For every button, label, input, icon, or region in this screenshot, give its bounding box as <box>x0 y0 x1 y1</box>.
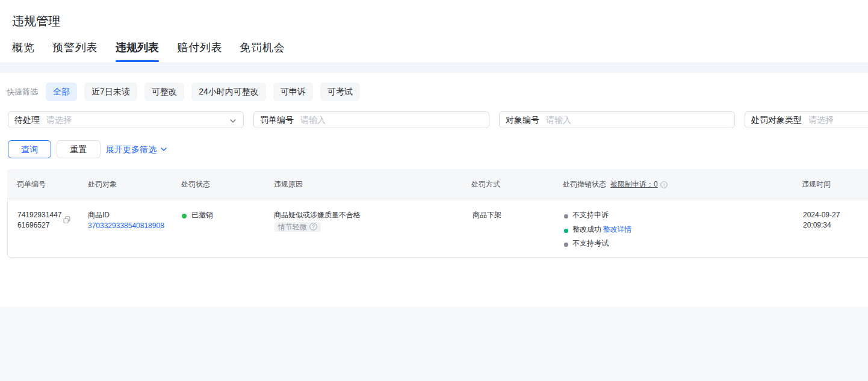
svg-text:?: ? <box>312 223 315 229</box>
svg-text:?: ? <box>663 182 666 188</box>
